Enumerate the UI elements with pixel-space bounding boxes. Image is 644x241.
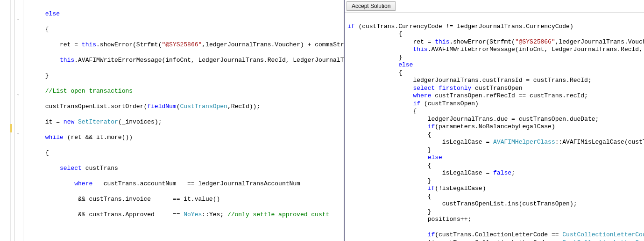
left-code[interactable]: else { ret = this.showError(Strfmt("@SYS… (23, 2, 344, 241)
right-code-pane: Accept Solution if (custTrans.CurrencyCo… (345, 0, 644, 241)
chevron-down-icon[interactable]: ⌄ (17, 91, 19, 96)
comment: //List open transactions (45, 88, 133, 95)
left-gutter: ⌄ ⌄ ⌄ (0, 0, 23, 241)
chevron-down-icon[interactable]: ⌄ (17, 16, 19, 21)
suggestion-toolbar: Accept Solution (345, 0, 644, 13)
right-code[interactable]: if (custTrans.CurrencyCode != ledgerJour… (347, 15, 644, 241)
chevron-down-icon[interactable]: ⌄ (17, 130, 19, 135)
accept-solution-button[interactable]: Accept Solution (347, 1, 396, 11)
kw-else: else (45, 10, 60, 17)
left-code-pane: ⌄ ⌄ ⌄ else { ret = this.showError(Strfmt… (0, 0, 345, 241)
change-marker (10, 124, 12, 132)
